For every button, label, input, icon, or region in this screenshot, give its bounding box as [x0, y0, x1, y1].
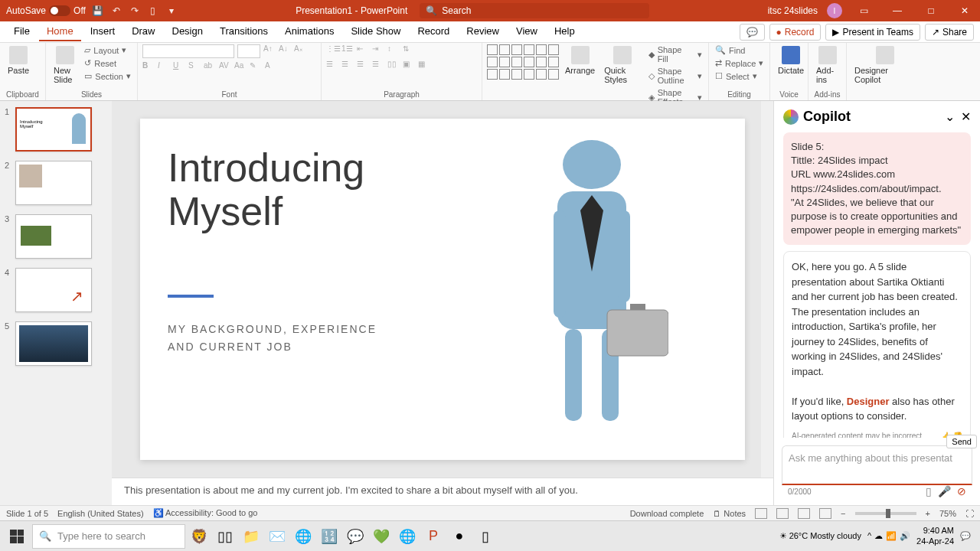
calculator-icon[interactable]: 🔢	[317, 524, 341, 549]
mail-icon[interactable]: ✉️	[265, 524, 289, 549]
zoom-slider[interactable]	[855, 512, 916, 515]
close-panel-icon[interactable]: ✕	[961, 109, 971, 124]
shapes-gallery[interactable]	[487, 44, 559, 80]
start-from-beginning-icon[interactable]: ▯	[147, 5, 159, 17]
align-right-icon[interactable]: ☰	[357, 60, 369, 72]
minimize-icon[interactable]: —	[885, 0, 910, 21]
decrease-font-icon[interactable]: A↓	[279, 44, 291, 57]
paste-button[interactable]: Paste	[5, 44, 32, 77]
align-center-icon[interactable]: ☰	[341, 60, 354, 72]
file-explorer-icon[interactable]: 📁	[239, 524, 263, 549]
chrome2-icon[interactable]: 🌐	[395, 524, 420, 549]
font-family-select[interactable]	[142, 44, 234, 58]
bullets-icon[interactable]: ⋮☰	[326, 44, 338, 57]
task-view-icon[interactable]: ▯▯	[213, 524, 237, 549]
spacing-icon[interactable]: AV	[219, 61, 231, 73]
app-icon[interactable]: ●	[447, 524, 472, 549]
tab-draw[interactable]: Draw	[124, 22, 162, 41]
layout-button[interactable]: ▱ Layout ▾	[83, 44, 132, 56]
clear-format-icon[interactable]: Aₓ	[294, 44, 306, 57]
increase-font-icon[interactable]: A↑	[263, 44, 276, 57]
slide-thumb-2[interactable]	[15, 161, 92, 205]
strikethrough-icon[interactable]: S	[188, 61, 201, 73]
vertical-scrollbar[interactable]	[761, 101, 773, 478]
slide-thumb-5[interactable]	[15, 321, 92, 366]
slide-panel[interactable]: 1IntroducingMyself 2 3 4↗ 5	[0, 101, 112, 505]
close-icon[interactable]: ✕	[952, 0, 977, 21]
maximize-icon[interactable]: □	[919, 0, 943, 21]
wifi-icon[interactable]: 📶	[886, 531, 897, 541]
share-button[interactable]: ↗ Share	[925, 24, 974, 41]
fit-icon[interactable]: ⛶	[965, 509, 974, 518]
notes-toggle[interactable]: 🗒 Notes	[713, 509, 746, 518]
dictate-button[interactable]: Dictate	[775, 44, 807, 77]
decrease-indent-icon[interactable]: ⇤	[357, 44, 369, 57]
tab-design[interactable]: Design	[165, 22, 211, 41]
tab-view[interactable]: View	[508, 22, 545, 41]
arrange-button[interactable]: Arrange	[562, 44, 598, 77]
accessibility-status[interactable]: ♿ Accessibility: Good to go	[153, 508, 258, 518]
copilot-input[interactable]: Ask me anything about this presentat	[782, 445, 972, 485]
clock[interactable]: 9:40 AM 24-Apr-24	[916, 526, 954, 546]
chrome-icon[interactable]: 🌐	[291, 524, 315, 549]
tab-record[interactable]: Record	[410, 22, 457, 41]
replace-button[interactable]: ⇄ Replace ▾	[714, 57, 765, 69]
line-spacing-icon[interactable]: ↕	[387, 44, 400, 57]
align-left-icon[interactable]: ☰	[326, 60, 338, 72]
record-button[interactable]: ● Record	[769, 24, 822, 41]
powerpoint-icon[interactable]: P	[421, 524, 446, 549]
undo-icon[interactable]: ↶	[110, 5, 122, 17]
highlight-icon[interactable]: ✎	[250, 61, 262, 73]
attach-icon[interactable]: ▯	[926, 485, 932, 497]
columns-icon[interactable]: ▯▯	[387, 60, 400, 72]
notes-pane[interactable]: This presentation is about me and my cur…	[112, 478, 773, 505]
zoom-level[interactable]: 75%	[939, 509, 956, 518]
smartart-icon[interactable]: ▦	[418, 60, 430, 72]
autosave-toggle[interactable]: AutoSave Off	[6, 5, 86, 16]
tab-animations[interactable]: Animations	[277, 22, 341, 41]
new-slide-button[interactable]: New Slide	[51, 44, 80, 86]
tab-file[interactable]: File	[6, 22, 38, 41]
weather-widget[interactable]: ☀ 26°C Mostly cloudy	[779, 531, 861, 541]
toggle-switch[interactable]	[49, 5, 70, 16]
present-in-teams-button[interactable]: ▶ Present in Teams	[825, 24, 920, 41]
font-color-icon[interactable]: A	[265, 61, 277, 73]
font-size-select[interactable]	[237, 44, 260, 58]
sorter-view-icon[interactable]	[776, 508, 789, 519]
slide-thumb-4[interactable]: ↗	[15, 268, 92, 312]
ribbon-display-icon[interactable]: ▭	[851, 0, 876, 21]
underline-icon[interactable]: U	[173, 61, 185, 73]
shadow-icon[interactable]: ab	[204, 61, 216, 73]
normal-view-icon[interactable]	[755, 508, 767, 519]
numbering-icon[interactable]: 1☰	[341, 44, 354, 57]
slide-thumb-1[interactable]: IntroducingMyself	[15, 107, 92, 152]
slide-canvas[interactable]: IntroducingMyself MY BACKGROUND, EXPERIE…	[140, 119, 745, 460]
taskbar-search[interactable]: 🔍 Type here to search	[32, 524, 185, 549]
find-button[interactable]: 🔍 Find	[714, 44, 765, 56]
businessman-figure-icon[interactable]	[515, 134, 668, 440]
shape-fill-button[interactable]: ◆ Shape Fill ▾	[647, 44, 704, 64]
slide-thumb-3[interactable]	[15, 214, 92, 259]
redo-icon[interactable]: ↷	[129, 5, 141, 17]
designer-link[interactable]: Designer	[847, 396, 890, 407]
app2-icon[interactable]: ▯	[473, 524, 498, 549]
search-box[interactable]: 🔍 Search	[420, 3, 649, 18]
tab-insert[interactable]: Insert	[83, 22, 123, 41]
align-text-icon[interactable]: ▣	[403, 60, 415, 72]
zoom-out-icon[interactable]: −	[841, 509, 845, 518]
reading-view-icon[interactable]	[798, 508, 810, 519]
save-icon[interactable]: 💾	[92, 5, 104, 17]
tab-review[interactable]: Review	[459, 22, 507, 41]
slideshow-view-icon[interactable]	[819, 508, 831, 519]
addins-button[interactable]: Add-ins	[813, 44, 841, 86]
notifications-icon[interactable]: 💬	[960, 531, 971, 541]
section-button[interactable]: ▭ Section ▾	[83, 70, 132, 82]
tab-home[interactable]: Home	[39, 22, 81, 41]
tab-help[interactable]: Help	[547, 22, 583, 41]
shape-outline-button[interactable]: ◇ Shape Outline ▾	[647, 66, 704, 86]
whatsapp-icon[interactable]: 💚	[369, 524, 394, 549]
tab-transitions[interactable]: Transitions	[212, 22, 276, 41]
tab-slide-show[interactable]: Slide Show	[343, 22, 408, 41]
tray-up-icon[interactable]: ^	[867, 531, 871, 541]
onedrive-icon[interactable]: ☁	[874, 531, 883, 541]
